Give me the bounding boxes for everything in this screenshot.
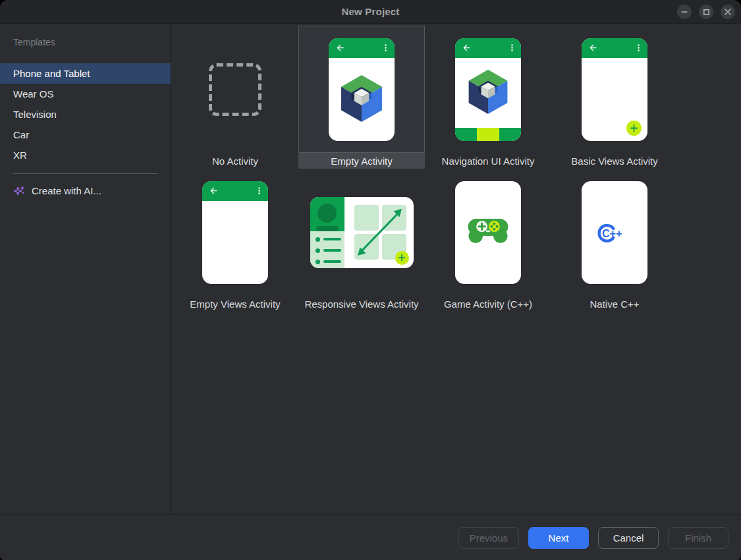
avatar (317, 204, 337, 223)
template-label: No Activity (172, 153, 298, 169)
list-bullet (316, 260, 320, 264)
phone-mockup (582, 38, 647, 141)
phone-mockup (329, 38, 395, 141)
template-grid: No ActivityEmpty ActivityNavigation UI A… (172, 26, 741, 312)
plus-icon (629, 123, 639, 133)
cpp-logo-icon: C++ (596, 218, 634, 246)
fab-button-icon (395, 251, 409, 265)
maximize-button[interactable] (699, 5, 713, 19)
ai-sparkle-icon (13, 184, 26, 197)
template-card-native-c[interactable]: C++Native C++ (551, 169, 678, 312)
new-project-dialog: New Project Templates Phone and TabletWe… (0, 0, 741, 560)
sidebar-item-television[interactable]: Television (0, 104, 171, 125)
kebab-menu-icon (634, 43, 643, 52)
template-card-empty-views-activity[interactable]: Empty Views Activity (172, 169, 298, 312)
template-thumbnail (425, 26, 551, 153)
kebab-menu-icon (255, 186, 263, 195)
gamepad-icon (466, 215, 510, 246)
svg-text:C++: C++ (602, 227, 622, 238)
close-icon (725, 9, 731, 15)
template-card-game-activity-c[interactable]: Game Activity (C++) (425, 169, 551, 312)
sidebar-header: Templates (0, 37, 171, 51)
sidebar-list: Phone and TabletWear OSTelevisionCarXR (0, 63, 171, 165)
back-arrow-icon (335, 43, 345, 53)
next-button[interactable]: Next (528, 527, 589, 549)
avatar-name-bar (316, 226, 339, 231)
previous-button[interactable]: Previous (458, 527, 519, 549)
list-bullet (316, 237, 320, 242)
phone-mockup (455, 181, 521, 284)
bottom-nav-bar (455, 128, 521, 141)
compose-logo-icon (465, 68, 511, 116)
template-card-basic-views-activity[interactable]: Basic Views Activity (551, 26, 678, 169)
template-label: Basic Views Activity (551, 153, 678, 169)
list-line (323, 238, 341, 241)
sidebar-item-label: Create with AI... (32, 185, 101, 196)
fab-button-icon (626, 121, 642, 136)
template-label: Empty Views Activity (172, 296, 298, 312)
finish-button[interactable]: Finish (668, 527, 728, 549)
titlebar[interactable]: New Project (0, 0, 741, 24)
phone-appbar (582, 38, 647, 58)
template-thumbnail (172, 169, 298, 296)
sidebar-item-car[interactable]: Car (0, 125, 171, 145)
kebab-menu-icon (508, 43, 516, 52)
template-thumbnail (551, 26, 678, 153)
template-label: Game Activity (C++) (425, 296, 551, 312)
sidebar-item-create-with-ai[interactable]: Create with AI... (0, 179, 171, 202)
template-card-no-activity[interactable]: No Activity (172, 26, 298, 169)
template-card-navigation-ui-activity[interactable]: Navigation UI Activity (425, 26, 551, 169)
window-controls (677, 5, 735, 19)
template-thumbnail (172, 26, 298, 153)
template-label: Empty Activity (298, 153, 425, 169)
back-arrow-icon (462, 43, 472, 53)
template-thumbnail (425, 169, 551, 296)
templates-sidebar: Templates Phone and TabletWear OSTelevis… (0, 24, 171, 515)
wizard-footer: Previous Next Cancel Finish (0, 515, 741, 560)
minimize-button[interactable] (677, 5, 692, 19)
sidebar-item-phone-and-tablet[interactable]: Phone and Tablet (0, 63, 171, 84)
template-card-empty-activity[interactable]: Empty Activity (298, 26, 425, 169)
sidebar-item-label: Phone and Tablet (13, 68, 90, 79)
maximize-icon (703, 9, 709, 15)
sidebar-item-label: Wear OS (13, 88, 53, 99)
phone-appbar (329, 38, 395, 58)
sidebar-item-xr[interactable]: XR (0, 145, 171, 165)
sidebar-item-label: Television (13, 109, 57, 120)
back-arrow-icon (209, 186, 219, 196)
back-arrow-icon (588, 43, 598, 53)
cancel-button[interactable]: Cancel (598, 527, 659, 549)
list-line (323, 260, 341, 264)
phone-mockup (455, 38, 521, 141)
template-label: Responsive Views Activity (298, 296, 425, 312)
phone-appbar (202, 181, 268, 201)
dashed-placeholder-icon (209, 63, 261, 116)
sidebar-item-wear-os[interactable]: Wear OS (0, 84, 171, 104)
kebab-menu-icon (381, 43, 390, 52)
template-label: Native C++ (551, 296, 678, 312)
sidebar-divider (13, 173, 157, 174)
responsive-layout-icon (310, 197, 414, 268)
nav-selected-segment (477, 128, 499, 141)
close-button[interactable] (721, 5, 735, 19)
phone-mockup (202, 181, 268, 284)
phone-appbar (455, 38, 521, 58)
template-thumbnail (298, 26, 425, 153)
template-gallery: No ActivityEmpty ActivityNavigation UI A… (171, 24, 741, 515)
template-card-responsive-views-activity[interactable]: Responsive Views Activity (298, 169, 425, 312)
minimize-icon (681, 9, 688, 15)
list-line (323, 249, 341, 252)
template-label: Navigation UI Activity (425, 153, 551, 169)
sidebar-item-label: XR (13, 150, 27, 161)
sidebar-item-label: Car (13, 129, 29, 140)
phone-mockup: C++ (582, 181, 647, 284)
compose-logo-icon (337, 73, 386, 124)
window-title: New Project (0, 6, 741, 17)
plus-icon (397, 253, 406, 262)
template-thumbnail (298, 169, 425, 296)
template-thumbnail: C++ (551, 169, 678, 296)
list-bullet (316, 248, 320, 253)
